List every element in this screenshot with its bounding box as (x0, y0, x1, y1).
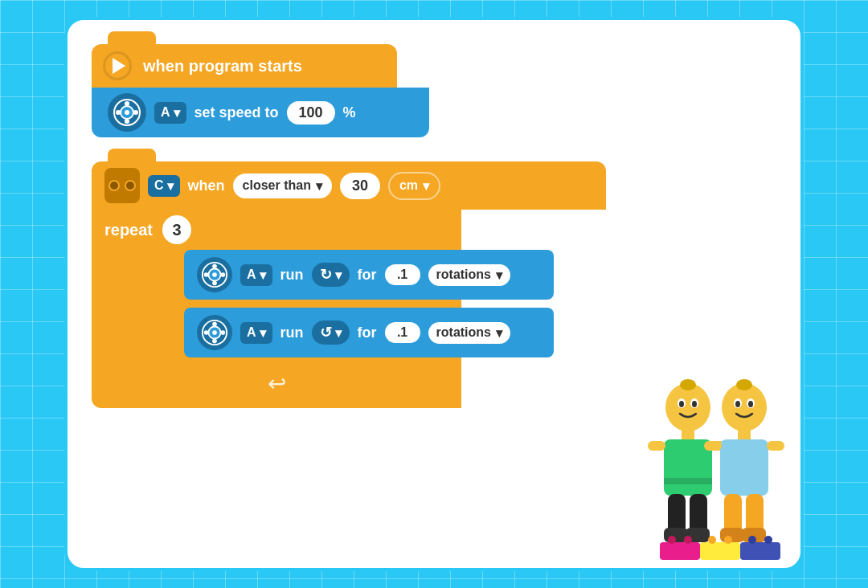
run1-port[interactable]: A ▾ (240, 264, 272, 286)
condition-dropdown[interactable]: closer than ▾ (233, 174, 332, 198)
sensor-eye-right (125, 180, 136, 191)
motor-speed-block: A ▾ set speed to 100 % (92, 88, 429, 137)
when-start-block: when program starts (92, 44, 397, 88)
svg-rect-50 (660, 542, 700, 560)
run2-for: for (358, 325, 377, 341)
when-start-label: when program starts (143, 57, 302, 76)
repeat-footer: ↩ (92, 365, 461, 397)
svg-rect-51 (700, 542, 740, 560)
motor-run-2-wrapper: A ▾ run ↺ ▾ for .1 rotations ▾ (136, 308, 461, 357)
repeat-label: repeat (104, 221, 153, 239)
unit-dropdown[interactable]: cm ▾ (388, 172, 440, 200)
svg-point-57 (748, 536, 756, 544)
svg-rect-45 (767, 441, 784, 451)
svg-rect-44 (704, 441, 722, 451)
svg-point-54 (684, 536, 692, 544)
run1-value[interactable]: .1 (385, 264, 420, 285)
run1-rotate-icon: ↻ (320, 266, 332, 284)
motor-run-block-1: A ▾ run ↻ ▾ for .1 rotations ▾ (184, 250, 554, 300)
run1-dir-arrow: ▾ (335, 267, 342, 283)
run2-rotate-icon: ↺ (320, 324, 332, 341)
svg-rect-26 (682, 430, 694, 439)
svg-point-5 (133, 110, 138, 115)
repeat-arrow-icon: ↩ (268, 370, 286, 397)
svg-point-24 (679, 401, 684, 407)
run1-direction[interactable]: ↻ ▾ (312, 263, 350, 287)
svg-point-18 (204, 330, 209, 335)
svg-point-19 (221, 330, 226, 335)
speed-value[interactable]: 100 (287, 101, 335, 125)
run2-port-arrow: ▾ (260, 325, 266, 341)
unit-arrow: ▾ (423, 178, 429, 194)
motor-run-1-wrapper: A ▾ run ↻ ▾ for .1 rotations ▾ (136, 250, 461, 300)
svg-point-12 (221, 272, 226, 277)
lego-figures (640, 359, 784, 568)
sensor-port-arrow: ▾ (167, 178, 174, 194)
sensor-header: C ▾ when closer than ▾ 30 cm ▾ (92, 161, 606, 210)
svg-point-20 (212, 330, 217, 335)
sensor-value[interactable]: 30 (340, 173, 380, 199)
motor-run-block-2: A ▾ run ↺ ▾ for .1 rotations ▾ (184, 308, 554, 357)
play-button[interactable] (103, 51, 132, 80)
repeat-header: repeat 3 (92, 210, 461, 250)
run2-unit[interactable]: rotations ▾ (428, 322, 510, 344)
svg-rect-52 (740, 542, 780, 560)
motor-svg-1 (201, 261, 228, 288)
svg-point-35 (680, 379, 696, 390)
when-label: when (188, 178, 225, 194)
percent-label: % (343, 104, 356, 121)
sensor-eyes (108, 180, 136, 191)
set-speed-label: set speed to (194, 104, 279, 121)
port-dropdown-arrow: ▾ (174, 105, 180, 120)
svg-point-13 (212, 272, 217, 277)
repeat-section: repeat 3 (92, 210, 461, 408)
play-icon (113, 58, 125, 74)
run1-unit-arrow: ▾ (496, 267, 502, 283)
svg-rect-29 (648, 441, 665, 451)
motor-icon-1 (197, 257, 232, 292)
sensor-eye-left (108, 180, 120, 191)
svg-point-6 (125, 110, 129, 115)
svg-point-2 (125, 101, 129, 106)
svg-point-10 (212, 281, 217, 286)
run2-action: run (280, 325, 304, 341)
motor-icon-2 (197, 315, 232, 350)
run2-dir-arrow: ▾ (335, 325, 342, 341)
svg-point-17 (212, 339, 217, 344)
main-card: when program starts A ▾ set sp (64, 17, 804, 571)
sensor-port-badge[interactable]: C ▾ (148, 175, 180, 197)
repeat-count[interactable]: 3 (162, 215, 191, 244)
run2-value[interactable]: .1 (385, 322, 420, 343)
svg-point-41 (736, 379, 752, 390)
svg-rect-43 (720, 439, 768, 496)
svg-point-53 (668, 536, 676, 544)
svg-rect-28 (664, 478, 712, 484)
svg-point-58 (764, 536, 772, 544)
svg-point-9 (212, 264, 217, 269)
run1-unit[interactable]: rotations ▾ (428, 264, 510, 286)
motor-icon (108, 93, 146, 132)
run1-for: for (358, 267, 377, 284)
svg-point-3 (125, 119, 129, 124)
run1-action: run (280, 267, 304, 284)
svg-point-39 (735, 401, 740, 407)
svg-point-11 (204, 272, 209, 277)
svg-point-56 (724, 536, 732, 544)
run2-unit-arrow: ▾ (496, 325, 502, 341)
run1-port-arrow: ▾ (260, 267, 266, 283)
sensor-icon (104, 168, 140, 203)
svg-point-25 (692, 401, 697, 407)
svg-point-4 (116, 110, 121, 115)
lego-svg (640, 359, 784, 568)
start-group: when program starts A ▾ set sp (92, 44, 776, 137)
svg-rect-48 (720, 528, 744, 542)
svg-point-16 (212, 322, 217, 327)
run2-direction[interactable]: ↺ ▾ (312, 321, 350, 345)
motor-svg-2 (201, 319, 228, 346)
svg-point-40 (748, 401, 753, 407)
port-a-badge[interactable]: A ▾ (154, 102, 186, 124)
svg-point-55 (708, 536, 716, 544)
svg-rect-42 (738, 430, 751, 439)
run2-port[interactable]: A ▾ (240, 322, 272, 344)
motor-svg (113, 98, 141, 127)
